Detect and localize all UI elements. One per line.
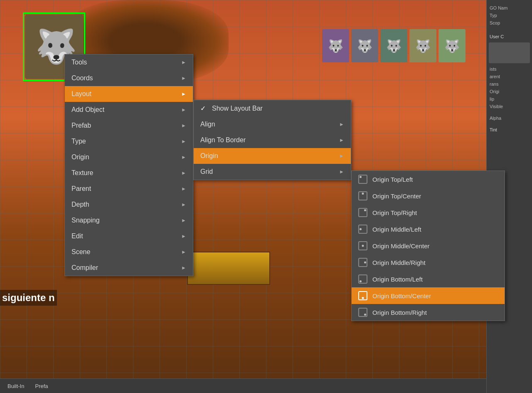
origin-middle-right[interactable]: Origin Middle/Right [352, 254, 505, 271]
origin-top-left-label: Origin Top/Left [372, 176, 413, 183]
menu-item-addobject[interactable]: Add Object ► [65, 102, 193, 118]
menu2-origin-arrow: ► [339, 153, 344, 159]
menu-item-prefab[interactable]: Prefab ► [65, 118, 193, 133]
menu-item-compiler-arrow: ► [181, 265, 186, 271]
menu-item-type-arrow: ► [181, 138, 186, 144]
menu-item-texture-arrow: ► [181, 170, 186, 176]
menu2-grid[interactable]: Grid ► [194, 164, 351, 180]
origin-top-right-label: Origin Top/Right [372, 209, 417, 216]
origin-top-left[interactable]: Origin Top/Left [352, 171, 505, 188]
tab-builtin[interactable]: Built-In [4, 382, 27, 390]
menu2-origin-label: Origin [200, 152, 218, 160]
origin-middle-right-label: Origin Middle/Right [372, 259, 426, 266]
menu2-align-to-border[interactable]: Align To Border ► [194, 132, 351, 148]
prop-go-name: GO Nam [489, 4, 530, 12]
menu-item-tools[interactable]: Tools ► [65, 54, 193, 70]
menu-item-layout-label: Layout [71, 90, 91, 98]
origin-middle-center-label: Origin Middle/Center [372, 242, 430, 250]
prop-tint: Tint [489, 126, 530, 133]
menu2-show-layout-bar[interactable]: ✓ Show Layout Bar [194, 100, 351, 116]
menu-item-snapping[interactable]: Snapping ► [65, 213, 193, 228]
prop-clip: lip [489, 95, 530, 103]
menu-item-scene[interactable]: Scene ► [65, 244, 193, 260]
origin-top-center-label: Origin Top/Center [372, 193, 421, 200]
menu-item-origin[interactable]: Origin ► [65, 149, 193, 165]
menu-item-coords-label: Coords [71, 74, 93, 82]
menu-item-coords[interactable]: Coords ► [65, 70, 193, 86]
origin-top-right-icon [358, 208, 367, 217]
menu-level1: Tools ► Coords ► Layout ► Add Object ► P… [64, 54, 193, 276]
menu2-show-layout-bar-label: Show Layout Bar [212, 105, 263, 112]
menu2-align-arrow: ► [339, 121, 344, 127]
origin-middle-center-icon [358, 241, 367, 250]
origin-top-center[interactable]: Origin Top/Center [352, 188, 505, 204]
prop-origin: Origi [489, 88, 530, 95]
menu-item-snapping-arrow: ► [181, 218, 186, 223]
prop-parent: arent [489, 73, 530, 80]
tab-prefab[interactable]: Prefa [32, 382, 51, 390]
bottom-tabs: Built-In Prefa [0, 378, 486, 393]
menu-item-addobject-arrow: ► [181, 107, 186, 113]
origin-middle-center[interactable]: Origin Middle/Center [352, 237, 505, 254]
prop-transform: rans [489, 80, 530, 88]
menu-item-origin-label: Origin [71, 153, 89, 161]
menu-item-depth-arrow: ► [181, 202, 186, 208]
menu-item-texture-label: Texture [71, 169, 93, 177]
menu-item-texture[interactable]: Texture ► [65, 165, 193, 181]
origin-middle-left-icon [358, 225, 367, 234]
origin-middle-left[interactable]: Origin Middle/Left [352, 221, 505, 237]
menu-level3: Origin Top/Left Origin Top/Center Origin… [351, 171, 505, 321]
origin-top-center-icon [358, 191, 367, 200]
sprite-3: 🐺 [380, 29, 407, 62]
menu-item-prefab-label: Prefab [71, 122, 91, 129]
prop-lists: ists [489, 65, 530, 73]
origin-bottom-center[interactable]: Origin Bottom/Center [352, 287, 505, 304]
menu-item-edit-label: Edit [71, 232, 83, 240]
menu-item-parent[interactable]: Parent ► [65, 181, 193, 197]
menu-item-compiler-label: Compiler [71, 264, 98, 272]
menu-item-edit[interactable]: Edit ► [65, 228, 193, 244]
origin-bottom-right-icon [358, 308, 367, 317]
menu-item-tools-arrow: ► [181, 59, 186, 65]
platform [187, 252, 270, 285]
menu-level2: ✓ Show Layout Bar Align ► Align To Borde… [193, 100, 351, 180]
sprite-2: 🐺 [351, 29, 378, 62]
origin-bottom-left-label: Origin Bottom/Left [372, 276, 423, 283]
menu2-grid-arrow: ► [339, 169, 344, 175]
menu-item-coords-arrow: ► [181, 75, 186, 81]
menu2-align-to-border-arrow: ► [339, 137, 344, 143]
menu2-align-to-border-label: Align To Border [200, 136, 246, 144]
origin-bottom-right[interactable]: Origin Bottom/Right [352, 304, 505, 321]
origin-bottom-center-label: Origin Bottom/Center [372, 292, 431, 299]
menu2-origin[interactable]: Origin ► [194, 148, 351, 164]
menu-item-prefab-arrow: ► [181, 123, 186, 129]
menu2-align-label: Align [200, 121, 215, 128]
menu-item-parent-arrow: ► [181, 186, 186, 192]
menu-item-compiler[interactable]: Compiler ► [65, 260, 193, 276]
menu-item-scene-arrow: ► [181, 249, 186, 255]
origin-middle-left-label: Origin Middle/Left [372, 226, 421, 233]
menu-item-snapping-label: Snapping [71, 217, 100, 224]
menu-item-edit-arrow: ► [181, 233, 186, 239]
sprite-5: 🐺 [438, 29, 466, 62]
origin-top-left-icon [358, 175, 367, 184]
menu-item-layout-arrow: ► [181, 91, 186, 97]
origin-bottom-center-icon [358, 291, 367, 300]
menu-item-origin-arrow: ► [181, 154, 186, 160]
menu-item-depth-label: Depth [71, 201, 89, 208]
menu2-align[interactable]: Align ► [194, 116, 351, 132]
origin-bottom-left[interactable]: Origin Bottom/Left [352, 271, 505, 287]
menu-item-addobject-label: Add Object [71, 106, 104, 114]
menu-item-layout[interactable]: Layout ► [65, 86, 193, 102]
canvas-text: siguiente n [0, 290, 57, 306]
prop-scope: Scop [489, 19, 530, 27]
origin-middle-right-icon [358, 258, 367, 267]
menu-item-depth[interactable]: Depth ► [65, 197, 193, 213]
origin-top-right[interactable]: Origin Top/Right [352, 204, 505, 221]
menu-item-type-label: Type [71, 138, 86, 145]
origin-bottom-left-icon [358, 274, 367, 284]
checkmark-icon: ✓ [200, 104, 209, 112]
menu-item-type[interactable]: Type ► [65, 133, 193, 149]
menu-item-scene-label: Scene [71, 248, 90, 256]
menu2-grid-label: Grid [200, 168, 213, 175]
